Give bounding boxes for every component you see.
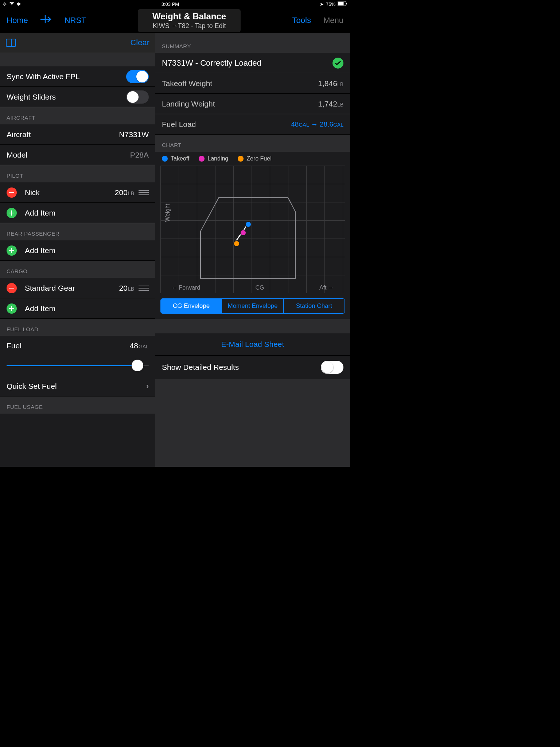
remove-pilot-button[interactable] [7, 187, 17, 198]
chart-type-segment: CG Envelope Moment Envelope Station Char… [160, 298, 345, 314]
location-icon: ➤ [320, 1, 324, 7]
pilot-header: PILOT [0, 165, 155, 182]
seg-moment-envelope[interactable]: Moment Envelope [222, 299, 283, 313]
takeoff-point [245, 221, 252, 228]
svg-marker-13 [201, 198, 295, 279]
svg-rect-5 [9, 192, 14, 193]
cargo-row[interactable]: Standard Gear 20LB [0, 278, 155, 298]
add-icon [7, 208, 17, 218]
zero-fuel-point [233, 240, 240, 247]
status-bar: ✈ ✱ 3:03 PM ➤ 75% [0, 0, 350, 8]
add-rear-row[interactable]: Add Item [0, 240, 155, 261]
fuel-slider-row [0, 356, 155, 372]
fuel-usage-header: FUEL USAGE [0, 396, 155, 414]
nrst-button[interactable]: NRST [65, 16, 86, 25]
activity-icon: ✱ [17, 1, 21, 7]
model-row[interactable]: Model P28A [0, 145, 155, 165]
pilot-row[interactable]: Nick 200LB [0, 182, 155, 203]
svg-rect-9 [9, 250, 14, 251]
svg-rect-7 [9, 213, 14, 213]
direct-to-icon[interactable] [40, 15, 52, 26]
cg-envelope-chart[interactable]: Weight ← Forward CG Aft → [160, 166, 345, 293]
svg-rect-2 [346, 3, 347, 4]
svg-rect-12 [9, 308, 14, 309]
page-subtitle: KIWS →T82 - Tap to Edit [152, 22, 226, 30]
weight-sliders-row: Weight Sliders [0, 87, 155, 107]
chart-legend: Takeoff Landing Zero Fuel [155, 152, 350, 166]
menu-button[interactable]: Menu [323, 16, 343, 25]
svg-rect-1 [338, 2, 343, 5]
rear-passenger-header: REAR PASSENGER [0, 223, 155, 240]
fuel-load-summary-row[interactable]: Fuel Load 48GAL → 28.6GAL [155, 114, 350, 135]
chevron-right-icon: › [146, 382, 149, 391]
cargo-header: CARGO [0, 261, 155, 278]
aircraft-row[interactable]: Aircraft N7331W [0, 124, 155, 145]
left-pane: Clear Sync With Active FPL Weight Slider… [0, 33, 155, 467]
weight-sliders-toggle[interactable] [126, 90, 149, 104]
status-time: 3:03 PM [162, 1, 179, 7]
tools-button[interactable]: Tools [292, 16, 311, 25]
status-row: N7331W - Correctly Loaded [155, 53, 350, 73]
wifi-icon [9, 1, 15, 7]
check-icon [332, 58, 343, 69]
add-icon [7, 303, 17, 314]
nav-bar: Home NRST Weight & Balance KIWS →T82 - T… [0, 8, 350, 33]
sync-fpl-toggle[interactable] [126, 70, 149, 83]
svg-rect-10 [9, 288, 14, 289]
takeoff-weight-row: Takeoff Weight 1,846LB [155, 73, 350, 94]
remove-cargo-button[interactable] [7, 283, 17, 293]
quick-set-fuel-row[interactable]: Quick Set Fuel › [0, 376, 155, 396]
add-pilot-row[interactable]: Add Item [0, 203, 155, 223]
seg-cg-envelope[interactable]: CG Envelope [161, 299, 222, 313]
fuel-slider[interactable] [7, 360, 149, 371]
chart-header: CHART [155, 135, 350, 152]
page-title: Weight & Balance [152, 11, 226, 22]
seg-station-chart[interactable]: Station Chart [283, 299, 345, 313]
fuel-row: Fuel 48GAL [0, 336, 155, 356]
airplane-mode-icon: ✈ [3, 1, 7, 7]
home-button[interactable]: Home [7, 16, 28, 25]
show-detailed-row: Show Detailed Results [155, 355, 350, 379]
drag-handle[interactable] [139, 286, 149, 291]
landing-weight-row: Landing Weight 1,742LB [155, 94, 350, 114]
add-cargo-row[interactable]: Add Item [0, 298, 155, 319]
aircraft-header: AIRCRAFT [0, 107, 155, 124]
title-area[interactable]: Weight & Balance KIWS →T82 - Tap to Edit [138, 9, 241, 32]
show-detailed-toggle[interactable] [321, 361, 343, 374]
battery-pct: 75% [326, 1, 335, 7]
clear-button[interactable]: Clear [130, 38, 149, 47]
battery-icon [338, 1, 347, 7]
fuel-load-header: FUEL LOAD [0, 319, 155, 336]
landing-point [240, 229, 246, 236]
right-pane: SUMMARY N7331W - Correctly Loaded Takeof… [155, 33, 350, 467]
sync-fpl-row: Sync With Active FPL [0, 66, 155, 87]
add-icon [7, 245, 17, 256]
email-load-sheet-button[interactable]: E-Mail Load Sheet [155, 333, 350, 355]
panels-icon[interactable] [6, 39, 16, 47]
summary-header: SUMMARY [155, 33, 350, 53]
drag-handle[interactable] [139, 190, 149, 195]
